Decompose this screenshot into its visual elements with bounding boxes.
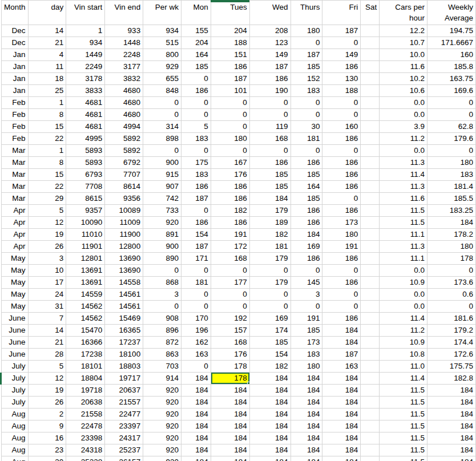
- grid-cell[interactable]: 7708: [66, 181, 105, 193]
- grid-cell[interactable]: 11.5: [380, 432, 427, 444]
- grid-cell[interactable]: Mar: [2, 193, 29, 205]
- grid-cell[interactable]: 13691: [66, 265, 105, 277]
- grid-cell[interactable]: 176: [211, 169, 249, 181]
- grid-cell[interactable]: Aug: [2, 444, 29, 456]
- grid-cell[interactable]: 179: [249, 277, 291, 289]
- grid-cell[interactable]: 14558: [105, 277, 143, 289]
- grid-cell[interactable]: 180: [291, 361, 322, 373]
- grid-cell[interactable]: 189: [249, 217, 291, 229]
- grid-cell[interactable]: 204: [181, 37, 211, 49]
- grid-cell[interactable]: 184: [291, 444, 322, 456]
- grid-cell[interactable]: [361, 229, 380, 241]
- grid-cell[interactable]: 184: [291, 409, 322, 420]
- grid-cell[interactable]: 0.0: [380, 145, 427, 157]
- grid-cell[interactable]: 0: [291, 37, 322, 49]
- grid-cell[interactable]: 10.8: [380, 349, 427, 361]
- column-header-tues[interactable]: Tues: [211, 1, 249, 25]
- grid-cell[interactable]: 14562: [66, 301, 105, 313]
- grid-cell[interactable]: 891: [143, 229, 181, 241]
- column-header-cars-per-hour[interactable]: Cars per hour: [380, 1, 427, 25]
- grid-cell[interactable]: 186: [322, 253, 361, 265]
- grid-cell[interactable]: 3.9: [380, 121, 427, 133]
- grid-cell[interactable]: Mar: [2, 169, 29, 181]
- grid-cell[interactable]: 0: [181, 109, 211, 121]
- grid-cell[interactable]: 934: [143, 25, 181, 37]
- grid-cell[interactable]: 185.8: [427, 61, 476, 73]
- grid-cell[interactable]: 172: [211, 241, 249, 253]
- grid-cell[interactable]: 896: [143, 325, 181, 337]
- selected-cell[interactable]: 178: [211, 373, 249, 385]
- grid-cell[interactable]: 186: [322, 133, 361, 145]
- grid-cell[interactable]: 1448: [105, 37, 143, 49]
- grid-cell[interactable]: 184: [181, 420, 211, 432]
- grid-cell[interactable]: 173: [322, 217, 361, 229]
- grid-cell[interactable]: 920: [143, 444, 181, 456]
- grid-cell[interactable]: 191: [322, 241, 361, 253]
- grid-cell[interactable]: 18: [28, 73, 66, 85]
- grid-cell[interactable]: 196: [181, 325, 211, 337]
- grid-cell[interactable]: 12: [28, 217, 66, 229]
- grid-cell[interactable]: Aug: [2, 456, 29, 461]
- grid-cell[interactable]: 181: [249, 241, 291, 253]
- grid-cell[interactable]: 173.6: [427, 277, 476, 289]
- column-header-vin-start[interactable]: Vin start: [66, 1, 105, 25]
- grid-cell[interactable]: [361, 61, 380, 73]
- grid-cell[interactable]: 160: [427, 49, 476, 61]
- grid-cell[interactable]: 163: [181, 349, 211, 361]
- grid-cell[interactable]: May: [2, 301, 29, 313]
- grid-cell[interactable]: [361, 385, 380, 397]
- column-header-vin-end[interactable]: Vin end: [105, 1, 143, 25]
- grid-cell[interactable]: 11.2: [380, 133, 427, 145]
- grid-cell[interactable]: Dec: [2, 37, 29, 49]
- grid-cell[interactable]: 898: [143, 133, 181, 145]
- grid-cell[interactable]: July: [2, 373, 29, 385]
- grid-cell[interactable]: 184: [291, 420, 322, 432]
- grid-cell[interactable]: 182: [211, 205, 249, 217]
- grid-cell[interactable]: 4680: [105, 109, 143, 121]
- grid-cell[interactable]: June: [2, 313, 29, 325]
- grid-cell[interactable]: 0: [143, 301, 181, 313]
- grid-cell[interactable]: 19: [28, 385, 66, 397]
- grid-cell[interactable]: 703: [143, 361, 181, 373]
- grid-cell[interactable]: 163: [322, 361, 361, 373]
- grid-cell[interactable]: 174.4: [427, 337, 476, 349]
- grid-cell[interactable]: 4680: [105, 85, 143, 97]
- grid-cell[interactable]: 180: [291, 25, 322, 37]
- grid-cell[interactable]: 162: [181, 337, 211, 349]
- grid-cell[interactable]: 4681: [66, 97, 105, 109]
- grid-cell[interactable]: 28: [28, 349, 66, 361]
- grid-cell[interactable]: [361, 301, 380, 313]
- grid-cell[interactable]: Aug: [2, 432, 29, 444]
- grid-cell[interactable]: 5893: [66, 157, 105, 169]
- grid-cell[interactable]: 181: [291, 133, 322, 145]
- grid-cell[interactable]: 186: [291, 157, 322, 169]
- grid-cell[interactable]: 184: [322, 420, 361, 432]
- grid-cell[interactable]: 186: [181, 85, 211, 97]
- grid-cell[interactable]: 183: [291, 85, 322, 97]
- grid-cell[interactable]: 25238: [66, 456, 105, 461]
- grid-cell[interactable]: 8: [28, 109, 66, 121]
- grid-cell[interactable]: 184: [322, 432, 361, 444]
- grid-cell[interactable]: 11.2: [380, 325, 427, 337]
- grid-cell[interactable]: 184: [181, 397, 211, 409]
- grid-cell[interactable]: 192: [211, 313, 249, 325]
- grid-cell[interactable]: 184: [322, 444, 361, 456]
- grid-cell[interactable]: 184: [181, 409, 211, 420]
- grid-cell[interactable]: 5: [28, 205, 66, 217]
- grid-cell[interactable]: 151: [211, 49, 249, 61]
- grid-cell[interactable]: 11: [28, 61, 66, 73]
- grid-cell[interactable]: 188: [211, 37, 249, 49]
- grid-cell[interactable]: Apr: [2, 205, 29, 217]
- grid-cell[interactable]: 186: [211, 217, 249, 229]
- grid-cell[interactable]: 17: [28, 277, 66, 289]
- grid-cell[interactable]: [361, 73, 380, 85]
- grid-cell[interactable]: 0: [181, 289, 211, 301]
- grid-cell[interactable]: 184: [427, 409, 476, 420]
- grid-cell[interactable]: 184: [181, 456, 211, 461]
- grid-cell[interactable]: [361, 456, 380, 461]
- column-header-fri[interactable]: Fri: [322, 1, 361, 25]
- grid-cell[interactable]: Mar: [2, 145, 29, 157]
- fill-handle[interactable]: [247, 382, 250, 385]
- grid-cell[interactable]: 0: [143, 97, 181, 109]
- grid-cell[interactable]: 172.6: [427, 349, 476, 361]
